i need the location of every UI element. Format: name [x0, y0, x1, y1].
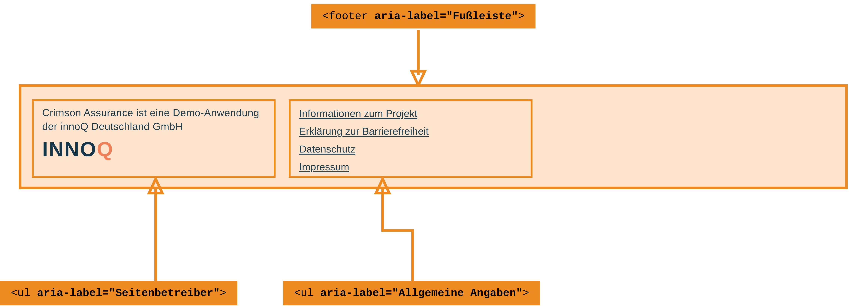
arrow-br-to-links: [0, 0, 868, 308]
diagram-canvas: <footer aria-label="Fußleiste"> Crimson …: [0, 0, 868, 308]
